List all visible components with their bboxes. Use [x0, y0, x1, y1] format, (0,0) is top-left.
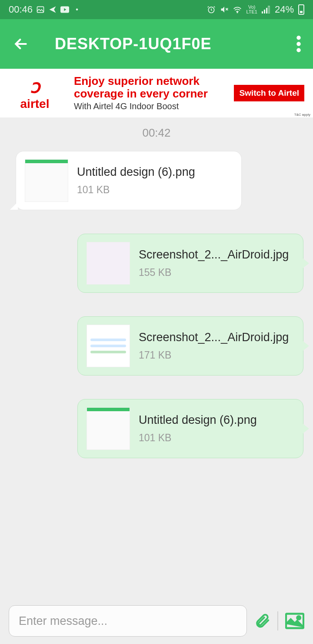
file-thumbnail	[87, 325, 130, 367]
svg-point-10	[296, 36, 301, 40]
ad-disclaimer: T&C apply	[294, 113, 310, 117]
file-name: Untitled design (6).png	[139, 413, 257, 427]
status-time: 00:46	[9, 4, 33, 15]
file-thumbnail	[87, 242, 130, 285]
input-bar: Enter message...	[0, 604, 313, 644]
svg-point-5	[237, 12, 238, 13]
youtube-indicator-icon	[60, 5, 69, 14]
message-input[interactable]: Enter message...	[9, 605, 247, 637]
separator	[277, 611, 278, 631]
svg-rect-8	[266, 8, 267, 13]
mute-icon	[220, 5, 229, 14]
ad-brand-name: airtel	[20, 97, 50, 111]
wifi-icon	[233, 5, 242, 14]
svg-rect-6	[262, 11, 263, 13]
message-input-placeholder: Enter message...	[19, 614, 107, 628]
file-name: Untitled design (6).png	[77, 165, 195, 179]
svg-rect-9	[268, 6, 270, 13]
file-thumbnail	[87, 407, 130, 450]
ad-cta-button[interactable]: Switch to Airtel	[234, 85, 304, 101]
svg-point-12	[296, 48, 301, 53]
svg-point-14	[297, 616, 300, 619]
airtel-swoosh-icon: ɔ	[30, 76, 40, 97]
back-button[interactable]	[12, 35, 30, 53]
gallery-button[interactable]	[285, 613, 304, 629]
chat-area: 00:42 Untitled design (6).png 101 KB Scr…	[0, 117, 313, 604]
status-bar: 00:46 • Vo)LTE1 24%	[0, 0, 313, 19]
ad-banner[interactable]: ɔ airtel Enjoy superior network coverage…	[0, 69, 313, 117]
signal-icon	[262, 5, 270, 14]
network-type-icon: Vo)LTE1	[246, 5, 257, 14]
file-size: 101 KB	[139, 432, 257, 444]
file-size: 101 KB	[77, 184, 195, 196]
svg-rect-7	[264, 10, 265, 13]
dot-indicator-icon: •	[73, 5, 81, 14]
chat-timestamp: 00:42	[13, 126, 300, 140]
message-bubble-incoming[interactable]: Untitled design (6).png 101 KB	[16, 151, 242, 210]
battery-percent: 24%	[275, 4, 294, 15]
svg-point-11	[296, 42, 301, 46]
file-size: 171 KB	[139, 349, 289, 361]
alarm-icon	[207, 5, 216, 14]
ad-subline: With Airtel 4G Indoor Boost	[74, 101, 234, 111]
app-header: DESKTOP-1UQ1F0E	[0, 19, 313, 69]
file-name: Screenshot_2..._AirDroid.jpg	[139, 248, 289, 262]
image-indicator-icon	[36, 5, 45, 14]
page-title: DESKTOP-1UQ1F0E	[55, 35, 211, 53]
send-indicator-icon	[48, 5, 57, 14]
message-bubble-outgoing[interactable]: Untitled design (6).png 101 KB	[77, 399, 303, 458]
ad-headline: Enjoy superior network coverage in every…	[74, 75, 234, 100]
message-bubble-outgoing[interactable]: Screenshot_2..._AirDroid.jpg 155 KB	[77, 234, 303, 293]
file-name: Screenshot_2..._AirDroid.jpg	[139, 331, 289, 344]
file-thumbnail	[25, 159, 68, 202]
overflow-menu-button[interactable]	[296, 36, 301, 52]
message-bubble-outgoing[interactable]: Screenshot_2..._AirDroid.jpg 171 KB	[77, 316, 303, 376]
attach-button[interactable]	[254, 612, 270, 630]
battery-icon	[298, 4, 304, 15]
file-size: 155 KB	[139, 267, 289, 278]
ad-logo: ɔ airtel	[9, 76, 61, 111]
